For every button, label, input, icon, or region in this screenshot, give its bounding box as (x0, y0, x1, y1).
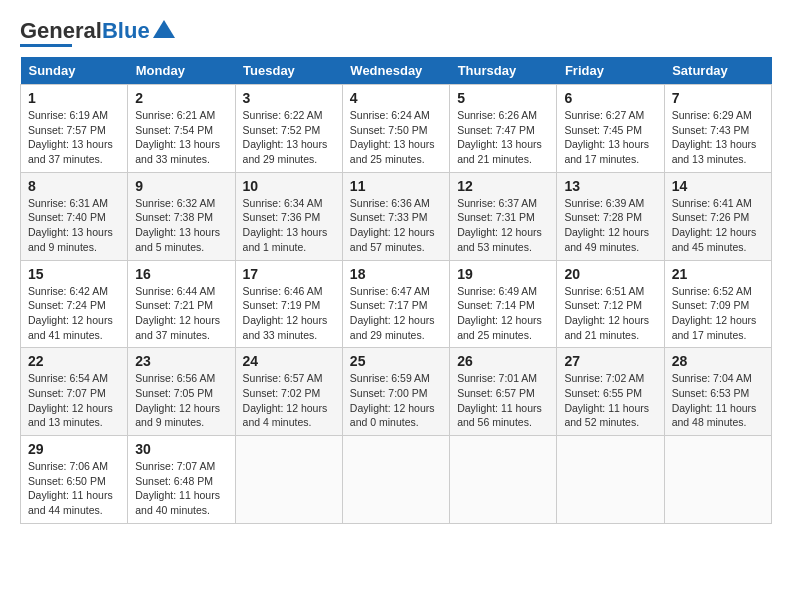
column-header-friday: Friday (557, 57, 664, 85)
column-header-monday: Monday (128, 57, 235, 85)
day-number: 23 (135, 353, 227, 369)
calendar-week-row: 22 Sunrise: 6:54 AMSunset: 7:07 PMDaylig… (21, 348, 772, 436)
day-number: 12 (457, 178, 549, 194)
cell-info: Sunrise: 6:59 AMSunset: 7:00 PMDaylight:… (350, 372, 435, 428)
calendar-cell: 8 Sunrise: 6:31 AMSunset: 7:40 PMDayligh… (21, 172, 128, 260)
cell-info: Sunrise: 7:06 AMSunset: 6:50 PMDaylight:… (28, 460, 113, 516)
column-header-wednesday: Wednesday (342, 57, 449, 85)
day-number: 1 (28, 90, 120, 106)
calendar-cell: 14 Sunrise: 6:41 AMSunset: 7:26 PMDaylig… (664, 172, 771, 260)
cell-info: Sunrise: 6:32 AMSunset: 7:38 PMDaylight:… (135, 197, 220, 253)
cell-info: Sunrise: 7:04 AMSunset: 6:53 PMDaylight:… (672, 372, 757, 428)
cell-info: Sunrise: 6:27 AMSunset: 7:45 PMDaylight:… (564, 109, 649, 165)
calendar-cell: 17 Sunrise: 6:46 AMSunset: 7:19 PMDaylig… (235, 260, 342, 348)
calendar-week-row: 15 Sunrise: 6:42 AMSunset: 7:24 PMDaylig… (21, 260, 772, 348)
calendar-header-row: SundayMondayTuesdayWednesdayThursdayFrid… (21, 57, 772, 85)
logo-icon (153, 18, 175, 40)
logo: GeneralBlue (20, 20, 175, 47)
cell-info: Sunrise: 6:31 AMSunset: 7:40 PMDaylight:… (28, 197, 113, 253)
calendar-cell: 21 Sunrise: 6:52 AMSunset: 7:09 PMDaylig… (664, 260, 771, 348)
day-number: 22 (28, 353, 120, 369)
calendar-cell (450, 436, 557, 524)
column-header-tuesday: Tuesday (235, 57, 342, 85)
cell-info: Sunrise: 6:21 AMSunset: 7:54 PMDaylight:… (135, 109, 220, 165)
calendar-cell: 24 Sunrise: 6:57 AMSunset: 7:02 PMDaylig… (235, 348, 342, 436)
day-number: 21 (672, 266, 764, 282)
day-number: 28 (672, 353, 764, 369)
day-number: 17 (243, 266, 335, 282)
cell-info: Sunrise: 6:42 AMSunset: 7:24 PMDaylight:… (28, 285, 113, 341)
calendar-cell (235, 436, 342, 524)
day-number: 30 (135, 441, 227, 457)
calendar-cell (342, 436, 449, 524)
cell-info: Sunrise: 6:41 AMSunset: 7:26 PMDaylight:… (672, 197, 757, 253)
calendar-week-row: 8 Sunrise: 6:31 AMSunset: 7:40 PMDayligh… (21, 172, 772, 260)
cell-info: Sunrise: 6:46 AMSunset: 7:19 PMDaylight:… (243, 285, 328, 341)
cell-info: Sunrise: 6:24 AMSunset: 7:50 PMDaylight:… (350, 109, 435, 165)
cell-info: Sunrise: 7:01 AMSunset: 6:57 PMDaylight:… (457, 372, 542, 428)
cell-info: Sunrise: 6:22 AMSunset: 7:52 PMDaylight:… (243, 109, 328, 165)
day-number: 11 (350, 178, 442, 194)
day-number: 18 (350, 266, 442, 282)
calendar-cell: 16 Sunrise: 6:44 AMSunset: 7:21 PMDaylig… (128, 260, 235, 348)
day-number: 8 (28, 178, 120, 194)
calendar-cell: 25 Sunrise: 6:59 AMSunset: 7:00 PMDaylig… (342, 348, 449, 436)
calendar-cell: 4 Sunrise: 6:24 AMSunset: 7:50 PMDayligh… (342, 85, 449, 173)
day-number: 26 (457, 353, 549, 369)
cell-info: Sunrise: 6:26 AMSunset: 7:47 PMDaylight:… (457, 109, 542, 165)
cell-info: Sunrise: 6:39 AMSunset: 7:28 PMDaylight:… (564, 197, 649, 253)
cell-info: Sunrise: 6:44 AMSunset: 7:21 PMDaylight:… (135, 285, 220, 341)
calendar-cell: 22 Sunrise: 6:54 AMSunset: 7:07 PMDaylig… (21, 348, 128, 436)
day-number: 15 (28, 266, 120, 282)
cell-info: Sunrise: 6:47 AMSunset: 7:17 PMDaylight:… (350, 285, 435, 341)
calendar-cell: 28 Sunrise: 7:04 AMSunset: 6:53 PMDaylig… (664, 348, 771, 436)
day-number: 9 (135, 178, 227, 194)
day-number: 14 (672, 178, 764, 194)
day-number: 13 (564, 178, 656, 194)
cell-info: Sunrise: 6:54 AMSunset: 7:07 PMDaylight:… (28, 372, 113, 428)
calendar-week-row: 1 Sunrise: 6:19 AMSunset: 7:57 PMDayligh… (21, 85, 772, 173)
day-number: 4 (350, 90, 442, 106)
day-number: 7 (672, 90, 764, 106)
column-header-sunday: Sunday (21, 57, 128, 85)
calendar-cell: 6 Sunrise: 6:27 AMSunset: 7:45 PMDayligh… (557, 85, 664, 173)
calendar-cell: 18 Sunrise: 6:47 AMSunset: 7:17 PMDaylig… (342, 260, 449, 348)
cell-info: Sunrise: 6:49 AMSunset: 7:14 PMDaylight:… (457, 285, 542, 341)
svg-marker-0 (153, 20, 175, 38)
calendar-cell: 15 Sunrise: 6:42 AMSunset: 7:24 PMDaylig… (21, 260, 128, 348)
cell-info: Sunrise: 6:19 AMSunset: 7:57 PMDaylight:… (28, 109, 113, 165)
page-header: GeneralBlue (20, 20, 772, 47)
calendar-body: 1 Sunrise: 6:19 AMSunset: 7:57 PMDayligh… (21, 85, 772, 524)
day-number: 25 (350, 353, 442, 369)
calendar-cell: 1 Sunrise: 6:19 AMSunset: 7:57 PMDayligh… (21, 85, 128, 173)
day-number: 24 (243, 353, 335, 369)
calendar-cell: 13 Sunrise: 6:39 AMSunset: 7:28 PMDaylig… (557, 172, 664, 260)
column-header-thursday: Thursday (450, 57, 557, 85)
day-number: 5 (457, 90, 549, 106)
calendar-cell: 27 Sunrise: 7:02 AMSunset: 6:55 PMDaylig… (557, 348, 664, 436)
calendar-cell: 26 Sunrise: 7:01 AMSunset: 6:57 PMDaylig… (450, 348, 557, 436)
cell-info: Sunrise: 6:57 AMSunset: 7:02 PMDaylight:… (243, 372, 328, 428)
day-number: 19 (457, 266, 549, 282)
calendar-cell: 2 Sunrise: 6:21 AMSunset: 7:54 PMDayligh… (128, 85, 235, 173)
calendar-cell: 11 Sunrise: 6:36 AMSunset: 7:33 PMDaylig… (342, 172, 449, 260)
logo-text: GeneralBlue (20, 20, 150, 42)
calendar-cell: 19 Sunrise: 6:49 AMSunset: 7:14 PMDaylig… (450, 260, 557, 348)
calendar-cell: 10 Sunrise: 6:34 AMSunset: 7:36 PMDaylig… (235, 172, 342, 260)
calendar-cell: 9 Sunrise: 6:32 AMSunset: 7:38 PMDayligh… (128, 172, 235, 260)
calendar-cell: 7 Sunrise: 6:29 AMSunset: 7:43 PMDayligh… (664, 85, 771, 173)
day-number: 2 (135, 90, 227, 106)
cell-info: Sunrise: 6:36 AMSunset: 7:33 PMDaylight:… (350, 197, 435, 253)
day-number: 29 (28, 441, 120, 457)
calendar-cell: 29 Sunrise: 7:06 AMSunset: 6:50 PMDaylig… (21, 436, 128, 524)
calendar-week-row: 29 Sunrise: 7:06 AMSunset: 6:50 PMDaylig… (21, 436, 772, 524)
cell-info: Sunrise: 6:56 AMSunset: 7:05 PMDaylight:… (135, 372, 220, 428)
day-number: 16 (135, 266, 227, 282)
calendar-cell: 30 Sunrise: 7:07 AMSunset: 6:48 PMDaylig… (128, 436, 235, 524)
cell-info: Sunrise: 7:07 AMSunset: 6:48 PMDaylight:… (135, 460, 220, 516)
cell-info: Sunrise: 6:29 AMSunset: 7:43 PMDaylight:… (672, 109, 757, 165)
calendar-cell: 20 Sunrise: 6:51 AMSunset: 7:12 PMDaylig… (557, 260, 664, 348)
calendar-cell (557, 436, 664, 524)
calendar-cell: 12 Sunrise: 6:37 AMSunset: 7:31 PMDaylig… (450, 172, 557, 260)
calendar-cell: 5 Sunrise: 6:26 AMSunset: 7:47 PMDayligh… (450, 85, 557, 173)
